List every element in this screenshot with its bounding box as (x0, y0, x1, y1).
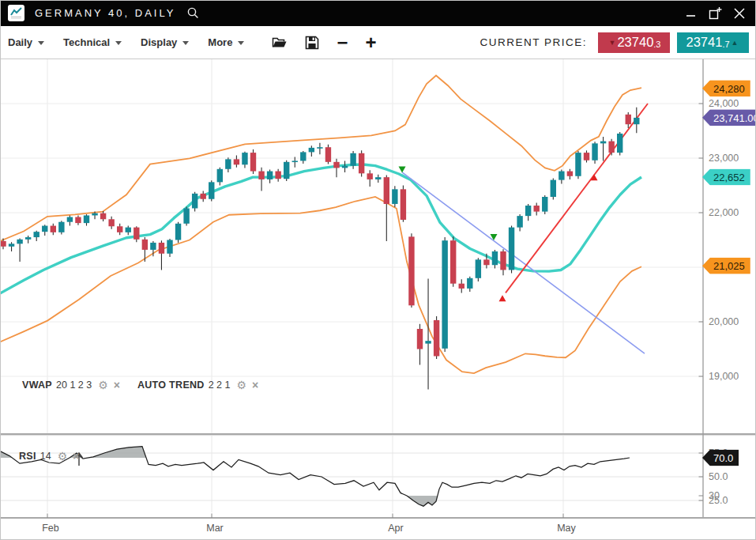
candle-body (84, 215, 89, 223)
rsi-legend-name: RSI (19, 451, 36, 462)
rsi-line (0, 447, 630, 507)
price-level-badge: 24,280 (702, 80, 750, 96)
minimize-icon[interactable] (682, 5, 699, 22)
chevron-down-icon (38, 41, 44, 45)
candle-body (350, 153, 355, 166)
sell-signal-marker (399, 166, 406, 172)
bid-price-button[interactable]: ▼ 23740 .3 (598, 32, 670, 53)
price-axis-label: 22,000 (709, 207, 739, 218)
candle-body (375, 177, 381, 179)
menu-display[interactable]: Display (141, 36, 189, 48)
vwap-settings-gear-icon[interactable]: ⚙ (98, 379, 108, 391)
rsi-oversold-fill (0, 447, 630, 507)
candle-body (459, 284, 465, 289)
rsi-legend-params: 14 (40, 451, 51, 462)
price-level-badge: 23,741.00 (702, 109, 756, 126)
candle-body (275, 172, 280, 179)
open-folder-icon[interactable] (272, 36, 288, 49)
down-tick-icon: ▼ (609, 39, 616, 47)
menu-daily[interactable]: Daily (8, 36, 44, 48)
zoom-in-button[interactable]: + (365, 35, 376, 51)
ask-price-button[interactable]: 23741 .7 ▲ (677, 32, 749, 53)
candle-body (209, 182, 214, 198)
candle-body (442, 240, 447, 349)
close-icon[interactable] (731, 5, 748, 22)
minus-icon: − (337, 35, 348, 51)
candle-body (359, 153, 364, 174)
rsi-legend-row: RSI 14 ⚙ × (19, 450, 79, 463)
chevron-down-icon (115, 41, 122, 45)
axes (0, 59, 756, 518)
auto-trend-remove-icon[interactable]: × (252, 379, 258, 391)
rsi-remove-icon[interactable]: × (73, 450, 79, 463)
candle-body (108, 219, 114, 226)
menu-more[interactable]: More (208, 36, 244, 48)
price-axis-label: 19,000 (709, 371, 739, 382)
rsi-axis-label: 25.0 (709, 495, 728, 506)
candle-body (608, 142, 614, 153)
candle-body (34, 232, 39, 237)
candle-body (492, 251, 498, 265)
candle-body (559, 172, 564, 180)
candle-body (9, 244, 14, 246)
candle-body (92, 213, 97, 216)
candle-body (67, 217, 73, 222)
candle-body (142, 240, 148, 250)
save-icon[interactable] (305, 36, 319, 50)
chart-canvas[interactable] (0, 0, 756, 540)
auto-trend-settings-gear-icon[interactable]: ⚙ (236, 379, 246, 391)
candle-body (584, 153, 589, 160)
price-axis-label: 20,000 (709, 316, 739, 327)
candle-body (292, 160, 298, 162)
candle-body (534, 206, 540, 212)
candle-body (325, 147, 331, 162)
vwap-remove-icon[interactable]: × (114, 379, 120, 391)
candle-body (225, 159, 231, 168)
price-level-badge: 21,025 (702, 258, 750, 274)
vwap-legend-params: 20 1 2 3 (56, 380, 92, 391)
zoom-out-button[interactable]: − (337, 35, 348, 51)
candle-body (626, 115, 631, 124)
candle-body (567, 172, 573, 176)
chevron-down-icon (182, 41, 189, 45)
menu-technical[interactable]: Technical (63, 36, 122, 48)
candle-body (434, 320, 439, 357)
candle-body (150, 243, 156, 250)
candle-body (333, 162, 339, 168)
search-icon[interactable] (186, 6, 200, 20)
vwap-legend-name: VWAP (22, 380, 52, 391)
candle-body (284, 162, 289, 179)
candle-body (600, 142, 606, 144)
popout-icon[interactable] (706, 5, 724, 22)
candle-body (634, 118, 639, 124)
candle-body (367, 173, 373, 179)
candle-body (42, 226, 47, 232)
candle-body (551, 180, 556, 197)
rsi-axis-label: 50.0 (709, 471, 728, 482)
candle-body (201, 194, 206, 199)
app-logo-icon (8, 5, 24, 21)
candle-body (575, 153, 581, 176)
candle-body (267, 172, 273, 179)
titlebar: GERMANY 40, DAILY (0, 0, 756, 26)
candle-body (126, 228, 131, 232)
candle-body (401, 189, 406, 220)
candle-body (258, 172, 264, 179)
candle-body (417, 329, 423, 349)
candle-body (117, 226, 122, 232)
uptrend-line (506, 104, 648, 293)
candle-body (592, 143, 597, 160)
page-title: GERMANY 40, DAILY (35, 7, 175, 19)
up-tick-icon: ▲ (732, 39, 739, 47)
candle-body (58, 222, 64, 232)
toolbar: Daily Technical Display More − + CURRENT… (0, 26, 756, 59)
candle-body (500, 251, 506, 270)
window-controls (682, 5, 748, 22)
candle-body (542, 197, 547, 212)
rsi-settings-gear-icon[interactable]: ⚙ (58, 450, 68, 463)
time-axis-label: Feb (42, 523, 59, 534)
buy-signal-marker (499, 295, 506, 301)
price-axis-label: 23,000 (709, 153, 739, 164)
candle-body (476, 259, 481, 278)
candle-body (525, 206, 531, 216)
